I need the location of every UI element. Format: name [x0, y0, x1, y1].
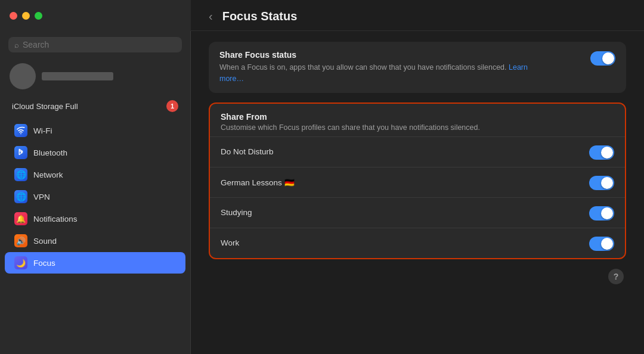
main-content: ‹ Focus Status Share Focus status When a… — [191, 0, 644, 354]
focus-icon: 🌙 — [14, 256, 27, 269]
share-from-section: Share From Customise which Focus profile… — [209, 103, 626, 259]
fullscreen-button[interactable] — [35, 12, 42, 20]
sidebar-item-wifi[interactable]: Wi-Fi — [5, 120, 185, 141]
sidebar-item-notifications-label: Notifications — [33, 215, 78, 223]
sidebar-item-sound[interactable]: 🔊 Sound — [5, 230, 185, 251]
sidebar-item-notifications[interactable]: 🔔 Notifications — [5, 208, 185, 229]
user-name-placeholder — [42, 72, 113, 80]
search-bar[interactable]: ⌕ — [8, 37, 182, 52]
page-title: Focus Status — [222, 10, 298, 23]
icloud-storage-label: iCloud Storage Full — [12, 102, 78, 111]
avatar — [10, 63, 36, 89]
studying-label: Studying — [221, 208, 252, 217]
toggle-item-studying[interactable]: Studying — [210, 197, 625, 228]
search-icon: ⌕ — [14, 41, 19, 49]
dnd-label: Do Not Disturb — [221, 147, 274, 156]
share-focus-card-text: Share Focus status When a Focus is on, a… — [219, 50, 553, 85]
share-from-header: Share From Customise which Focus profile… — [210, 104, 625, 136]
toggle-item-german[interactable]: German Lessons 🇩🇪 — [210, 167, 625, 197]
sidebar-item-focus[interactable]: 🌙 Focus — [5, 252, 185, 274]
minimize-button[interactable] — [22, 12, 30, 20]
work-toggle[interactable] — [589, 237, 614, 251]
work-label: Work — [221, 238, 239, 247]
sidebar-item-sound-label: Sound — [33, 237, 57, 246]
share-focus-desc-text: When a Focus is on, apps that you allow … — [219, 63, 507, 72]
notifications-icon: 🔔 — [14, 212, 27, 225]
sidebar: ⌕ iCloud Storage Full 1 Wi-Fi — [0, 0, 191, 354]
share-from-list: Do Not Disturb German Lessons 🇩🇪 Studyin… — [210, 136, 625, 258]
share-focus-card-title: Share Focus status — [219, 50, 553, 60]
sidebar-nav: Wi-Fi Bluetooth 🌐 Network 🌐 VPN 🔔 — [0, 119, 190, 354]
back-button[interactable]: ‹ — [205, 8, 216, 24]
main-header: ‹ Focus Status — [191, 0, 644, 31]
sidebar-item-network-label: Network — [33, 170, 63, 179]
title-bar — [0, 0, 191, 31]
toggle-item-work[interactable]: Work — [210, 228, 625, 258]
icloud-banner[interactable]: iCloud Storage Full 1 — [7, 98, 183, 114]
help-row: ? — [209, 269, 626, 284]
close-button[interactable] — [10, 12, 17, 20]
german-label: German Lessons 🇩🇪 — [221, 178, 295, 187]
dnd-toggle[interactable] — [589, 145, 614, 160]
sidebar-item-vpn[interactable]: 🌐 VPN — [5, 186, 185, 207]
sound-icon: 🔊 — [14, 234, 27, 247]
help-button[interactable]: ? — [608, 269, 624, 284]
sidebar-item-network[interactable]: 🌐 Network — [5, 164, 185, 185]
share-from-desc: Customise which Focus profiles can share… — [221, 123, 614, 132]
german-toggle[interactable] — [589, 176, 614, 190]
sidebar-item-bluetooth[interactable]: Bluetooth — [5, 142, 185, 163]
vpn-icon: 🌐 — [14, 190, 27, 203]
bluetooth-icon — [14, 146, 27, 159]
sidebar-item-bluetooth-label: Bluetooth — [33, 148, 67, 157]
sidebar-item-wifi-label: Wi-Fi — [33, 126, 52, 135]
svg-point-0 — [20, 133, 21, 134]
share-from-title: Share From — [221, 112, 614, 122]
wifi-icon — [14, 124, 27, 137]
sidebar-item-focus-label: Focus — [33, 259, 55, 268]
share-focus-card-desc: When a Focus is on, apps that you allow … — [219, 62, 553, 85]
share-focus-toggle[interactable] — [590, 51, 615, 66]
user-profile — [0, 60, 190, 95]
content-area: Share Focus status When a Focus is on, a… — [191, 31, 644, 354]
icloud-badge: 1 — [166, 100, 178, 112]
share-focus-card: Share Focus status When a Focus is on, a… — [209, 42, 626, 93]
search-input[interactable] — [23, 40, 176, 49]
toggle-item-dnd[interactable]: Do Not Disturb — [210, 136, 625, 167]
network-icon: 🌐 — [14, 168, 27, 181]
sidebar-item-vpn-label: VPN — [33, 192, 50, 201]
studying-toggle[interactable] — [589, 206, 614, 221]
